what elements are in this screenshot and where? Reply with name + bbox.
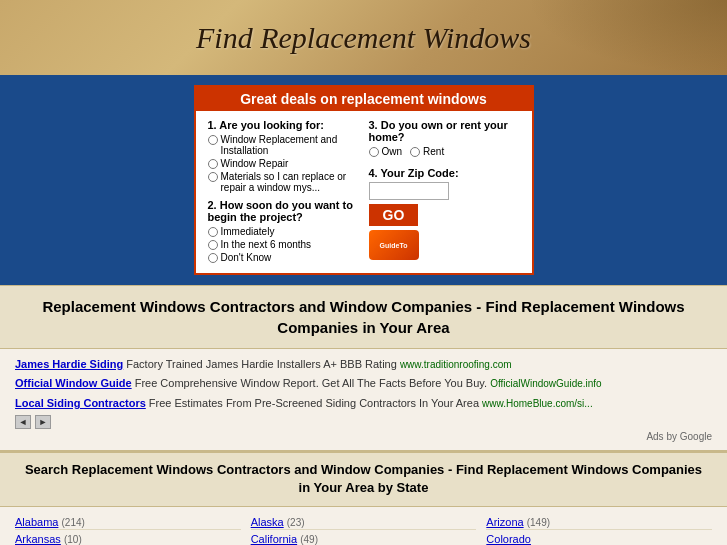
ad-url-2: OfficialWindowGuide.info bbox=[490, 378, 602, 389]
guideto-text: GuideTo bbox=[380, 242, 408, 249]
ad-link-2[interactable]: Official Window Guide bbox=[15, 377, 132, 389]
state-list: Alabama (214)Alaska (23)Arizona (149)Ark… bbox=[0, 507, 727, 545]
state-list-item: Arkansas (10) bbox=[15, 532, 241, 545]
zip-input[interactable] bbox=[369, 182, 449, 200]
q1-radio1[interactable] bbox=[208, 135, 218, 145]
q2-option3: Don't Know bbox=[208, 252, 359, 263]
question2-label: 2. How soon do you want to begin the pro… bbox=[208, 199, 359, 223]
state-list-item: California (49) bbox=[251, 532, 477, 545]
q2-option3-label: Don't Know bbox=[221, 252, 272, 263]
state-grid: Alabama (214)Alaska (23)Arizona (149)Ark… bbox=[15, 515, 712, 545]
ads-next-button[interactable]: ► bbox=[35, 415, 51, 429]
state-link[interactable]: Arizona bbox=[486, 516, 523, 528]
form-left-col: 1. Are you looking for: Window Replaceme… bbox=[208, 119, 359, 265]
header-banner: Find Replacement Windows bbox=[0, 0, 727, 75]
q2-option1-label: Immediately bbox=[221, 226, 275, 237]
state-count: (23) bbox=[287, 517, 305, 528]
form-right-col: 3. Do you own or rent your home? Own Ren… bbox=[369, 119, 520, 265]
q2-option1: Immediately bbox=[208, 226, 359, 237]
page-title: Replacement Windows Contractors and Wind… bbox=[20, 296, 707, 338]
q1-option1: Window Replacement and Installation bbox=[208, 134, 359, 156]
ad-desc-1: Factory Trained James Hardie Installers … bbox=[126, 358, 397, 370]
state-count: (214) bbox=[61, 517, 84, 528]
state-list-item: Arizona (149) bbox=[486, 515, 712, 530]
ad-item-2: Official Window Guide Free Comprehensive… bbox=[15, 376, 712, 391]
q2-radio1[interactable] bbox=[208, 227, 218, 237]
q1-option1-label: Window Replacement and Installation bbox=[221, 134, 359, 156]
q1-option2-label: Window Repair bbox=[221, 158, 289, 169]
ad-desc-2: Free Comprehensive Window Report. Get Al… bbox=[135, 377, 487, 389]
state-count: (10) bbox=[64, 534, 82, 545]
ad-item-1: James Hardie Siding Factory Trained Jame… bbox=[15, 357, 712, 372]
ad-desc-3: Free Estimates From Pre-Screened Siding … bbox=[149, 397, 479, 409]
title-section: Replacement Windows Contractors and Wind… bbox=[0, 285, 727, 349]
ads-by-google: Ads by Google bbox=[15, 431, 712, 442]
ad-link-3[interactable]: Local Siding Contractors bbox=[15, 397, 146, 409]
zip-label: 4. Your Zip Code: bbox=[369, 167, 520, 179]
zip-section: 4. Your Zip Code: GO bbox=[369, 167, 520, 226]
state-count: (49) bbox=[300, 534, 318, 545]
search-title: Search Replacement Windows Contractors a… bbox=[20, 461, 707, 497]
question1-label: 1. Are you looking for: bbox=[208, 119, 359, 131]
guideto-logo: GuideTo bbox=[369, 230, 520, 260]
state-link[interactable]: Arkansas bbox=[15, 533, 61, 545]
ad-item-3: Local Siding Contractors Free Estimates … bbox=[15, 396, 712, 411]
form-container: Great deals on replacement windows 1. Ar… bbox=[194, 85, 534, 275]
ad-url-3: www.HomeBlue.com/si... bbox=[482, 398, 593, 409]
q2-radio2[interactable] bbox=[208, 240, 218, 250]
q3-option-own: Own bbox=[369, 146, 403, 157]
ad-link-1[interactable]: James Hardie Siding bbox=[15, 358, 123, 370]
ads-section: James Hardie Siding Factory Trained Jame… bbox=[0, 349, 727, 451]
state-link[interactable]: California bbox=[251, 533, 297, 545]
ad-url-1: www.traditionroofing.com bbox=[400, 359, 512, 370]
q2-radio3[interactable] bbox=[208, 253, 218, 263]
q3-rent-label: Rent bbox=[423, 146, 444, 157]
main-content: Replacement Windows Contractors and Wind… bbox=[0, 285, 727, 545]
site-title: Find Replacement Windows bbox=[196, 21, 531, 55]
q3-own-label: Own bbox=[382, 146, 403, 157]
question3-label: 3. Do you own or rent your home? bbox=[369, 119, 520, 143]
form-columns: 1. Are you looking for: Window Replaceme… bbox=[208, 119, 520, 265]
ads-navigation: ◄ ► bbox=[15, 415, 712, 429]
form-header: Great deals on replacement windows bbox=[196, 87, 532, 111]
q1-option2: Window Repair bbox=[208, 158, 359, 169]
q2-option2-label: In the next 6 months bbox=[221, 239, 312, 250]
guideto-image: GuideTo bbox=[369, 230, 419, 260]
q3-radio-own[interactable] bbox=[369, 147, 379, 157]
leaf-decoration bbox=[527, 0, 727, 75]
q1-radio3[interactable] bbox=[208, 172, 218, 182]
search-section: Search Replacement Windows Contractors a… bbox=[0, 451, 727, 506]
state-list-item: Alabama (214) bbox=[15, 515, 241, 530]
state-link[interactable]: Alabama bbox=[15, 516, 58, 528]
q3-option-rent: Rent bbox=[410, 146, 444, 157]
q1-option3-label: Materials so I can replace or repair a w… bbox=[221, 171, 359, 193]
q2-option2: In the next 6 months bbox=[208, 239, 359, 250]
state-link[interactable]: Colorado bbox=[486, 533, 531, 545]
state-count: (149) bbox=[527, 517, 550, 528]
state-list-item: Alaska (23) bbox=[251, 515, 477, 530]
state-link[interactable]: Alaska bbox=[251, 516, 284, 528]
ads-prev-button[interactable]: ◄ bbox=[15, 415, 31, 429]
q1-radio2[interactable] bbox=[208, 159, 218, 169]
q1-option3: Materials so I can replace or repair a w… bbox=[208, 171, 359, 193]
go-button[interactable]: GO bbox=[369, 204, 419, 226]
state-list-item: Colorado bbox=[486, 532, 712, 545]
q3-radio-rent[interactable] bbox=[410, 147, 420, 157]
form-section: Great deals on replacement windows 1. Ar… bbox=[0, 75, 727, 285]
